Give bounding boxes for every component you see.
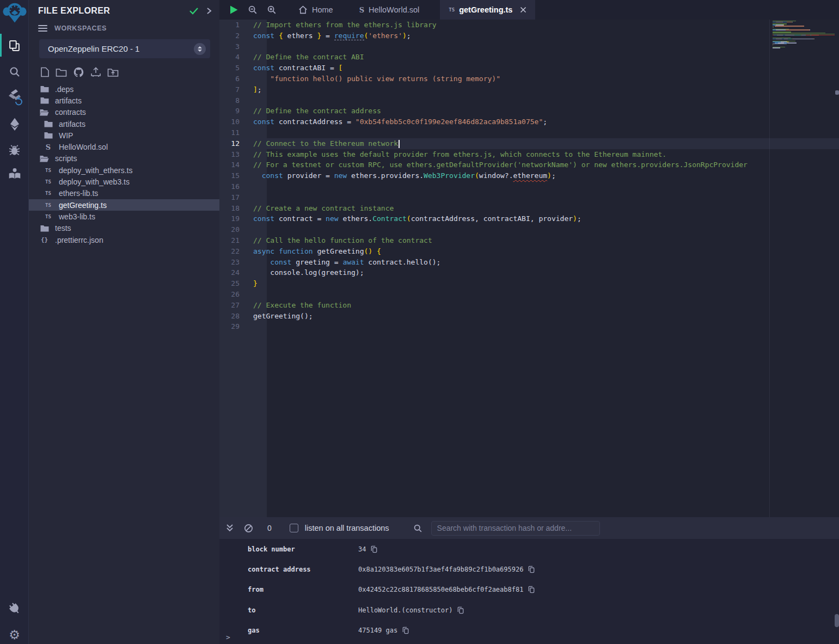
publish-upload-icon[interactable]	[90, 67, 101, 78]
tree-item-getgreeting-ts[interactable]: TSgetGreeting.ts	[29, 199, 219, 211]
code-line-28[interactable]: 28getGreeting();	[219, 311, 839, 322]
expand-double-chevron-icon[interactable]	[226, 524, 234, 532]
transaction-detail-row: from0x42452c22c88178685850e68beb6cf0f2ae…	[219, 580, 839, 600]
tree-item-deploy-with-web3-ts[interactable]: TSdeploy_with_web3.ts	[29, 176, 219, 187]
github-clone-icon[interactable]	[73, 66, 84, 78]
code-line-11[interactable]: 11	[219, 127, 839, 138]
tree-item-contracts[interactable]: contracts	[29, 107, 219, 118]
select-caret-icon	[194, 43, 206, 55]
line-number: 21	[219, 235, 253, 246]
tree-item-label: web3-lib.ts	[59, 212, 95, 221]
code-line-23[interactable]: 23 const greeting = await contract.hello…	[219, 257, 839, 268]
run-script-button[interactable]	[229, 5, 238, 15]
folder-open-icon	[40, 155, 49, 162]
ethereum-icon[interactable]	[0, 112, 29, 136]
tree-item-helloworld-sol[interactable]: SHelloWorld.sol	[29, 141, 219, 152]
tree-item-wip[interactable]: WIP	[29, 130, 219, 141]
code-line-7[interactable]: 7];	[219, 84, 839, 95]
copy-icon[interactable]	[528, 586, 535, 593]
tab-getgreeting-ts[interactable]: TS getGreeting.ts	[440, 0, 535, 20]
bug-icon[interactable]	[0, 138, 29, 162]
code-line-24[interactable]: 24 console.log(greeting);	[219, 267, 839, 278]
plug-icon[interactable]	[0, 597, 29, 621]
code-line-16[interactable]: 16	[219, 181, 839, 192]
copy-icon[interactable]	[402, 627, 409, 634]
code-line-25[interactable]: 25}	[219, 278, 839, 289]
tree-item-deploy-with-ethers-ts[interactable]: TSdeploy_with_ethers.ts	[29, 164, 219, 176]
code-line-29[interactable]: 29	[219, 321, 839, 332]
line-number: 18	[219, 203, 253, 214]
code-line-9[interactable]: 9// Define the contract address	[219, 106, 839, 116]
workspaces-menu-icon[interactable]	[38, 25, 47, 32]
tree-item-label: artifacts	[59, 120, 85, 128]
search-icon[interactable]	[0, 60, 29, 84]
tab-helloworld-sol[interactable]: S HelloWorld.sol	[351, 0, 428, 20]
tab-home[interactable]: Home	[290, 0, 342, 20]
minimap[interactable]	[773, 21, 835, 50]
load-local-folder-icon[interactable]	[107, 68, 119, 77]
code-line-1[interactable]: 1// Import ethers from the ethers.js lib…	[219, 20, 839, 30]
copy-icon[interactable]	[371, 545, 377, 553]
tree-item-web3-lib-ts[interactable]: TSweb3-lib.ts	[29, 211, 219, 222]
line-number: 24	[219, 267, 253, 278]
ts-icon: TS	[44, 203, 53, 208]
solidity-compiler-icon[interactable]	[0, 85, 29, 109]
new-file-icon[interactable]	[40, 67, 50, 77]
close-icon[interactable]	[520, 7, 526, 13]
code-line-17[interactable]: 17	[219, 192, 839, 203]
tree-item-artifacts[interactable]: artifacts	[29, 95, 219, 106]
code-text: getGreeting();	[253, 311, 839, 322]
code-line-19[interactable]: 19const contract = new ethers.Contract(c…	[219, 213, 839, 224]
code-line-5[interactable]: 5const contractABI = [	[219, 63, 839, 73]
code-text: const contractABI = [	[253, 63, 839, 73]
folder-icon	[44, 120, 53, 127]
tree-item-artifacts[interactable]: artifacts	[29, 118, 219, 130]
code-line-12[interactable]: 12// Connect to the Ethereum network	[219, 138, 839, 149]
code-line-4[interactable]: 4// Define the contract ABI	[219, 52, 839, 63]
tree-item-scripts[interactable]: scripts	[29, 153, 219, 164]
terminal-search-input[interactable]	[431, 521, 600, 536]
files-icon[interactable]	[0, 34, 29, 58]
terminal-scrollbar-thumb[interactable]	[835, 614, 839, 627]
code-line-2[interactable]: 2const { ethers } = require('ethers');	[219, 30, 839, 41]
code-line-6[interactable]: 6 "function hello() public view returns …	[219, 73, 839, 84]
zoom-in-icon[interactable]	[267, 5, 277, 15]
code-line-21[interactable]: 21// Call the hello function of the cont…	[219, 235, 839, 246]
clear-console-icon[interactable]	[244, 524, 253, 533]
line-number: 20	[219, 224, 253, 235]
tree-item-tests[interactable]: tests	[29, 223, 219, 234]
code-line-10[interactable]: 10const contractAddress = "0xb54febb5c0c…	[219, 116, 839, 127]
line-number: 15	[219, 170, 253, 181]
listen-transactions-checkbox[interactable]	[290, 524, 298, 532]
gear-icon[interactable]: ⚙	[0, 623, 29, 644]
code-line-18[interactable]: 18// Create a new contract instance	[219, 203, 839, 214]
code-line-22[interactable]: 22async function getGreeting() {	[219, 246, 839, 257]
code-line-20[interactable]: 20	[219, 224, 839, 235]
accept-check-icon[interactable]	[189, 7, 199, 15]
copy-icon[interactable]	[457, 606, 464, 614]
code-text: // This example uses the default provide…	[253, 149, 839, 160]
line-number: 16	[219, 181, 253, 192]
ts-icon: TS	[44, 214, 53, 219]
pending-tx-count: 0	[267, 524, 272, 532]
chevron-right-icon[interactable]	[206, 7, 212, 15]
workspace-select[interactable]: OpenZeppelin ERC20 - 1	[39, 39, 210, 58]
code-editor[interactable]: 1// Import ethers from the ethers.js lib…	[219, 20, 839, 517]
code-line-13[interactable]: 13// This example uses the default provi…	[219, 149, 839, 160]
code-line-3[interactable]: 3	[219, 41, 839, 52]
copy-icon[interactable]	[528, 566, 535, 573]
tree-item-label: scripts	[55, 154, 77, 163]
tree-item--prettierrc-json[interactable]: {}.prettierrc.json	[29, 234, 219, 246]
code-line-14[interactable]: 14// For a testnet or custom RPC, use et…	[219, 160, 839, 170]
tree-item-ethers-lib-ts[interactable]: TSethers-lib.ts	[29, 188, 219, 199]
editor-scrollbar-thumb[interactable]	[835, 90, 839, 95]
tree-item--deps[interactable]: .deps	[29, 83, 219, 95]
book-reader-icon[interactable]	[0, 162, 29, 186]
code-line-26[interactable]: 26	[219, 289, 839, 300]
code-line-8[interactable]: 8	[219, 95, 839, 106]
zoom-out-icon[interactable]	[248, 5, 258, 15]
new-folder-icon[interactable]	[56, 68, 67, 77]
code-line-15[interactable]: 15 const provider = new ethers.providers…	[219, 170, 839, 181]
remix-logo-icon[interactable]	[0, 1, 29, 25]
code-line-27[interactable]: 27// Execute the function	[219, 300, 839, 311]
